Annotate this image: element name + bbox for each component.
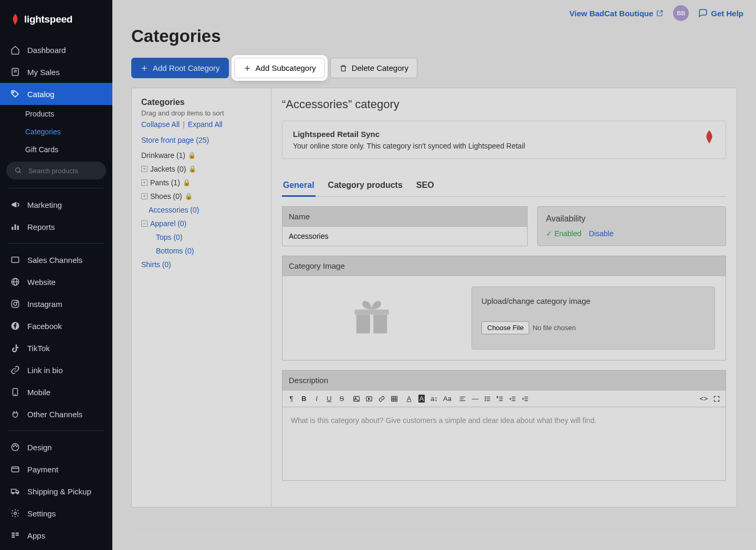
- nav-label: Reports: [27, 223, 55, 231]
- tree-title: Categories: [141, 98, 261, 107]
- nav-products[interactable]: Products: [25, 105, 112, 123]
- textcolor-icon[interactable]: A: [405, 395, 413, 403]
- tree-item-accessories[interactable]: Accessories (0): [141, 203, 261, 217]
- strike-icon[interactable]: S: [338, 395, 345, 403]
- flame-icon: [704, 130, 715, 144]
- add-root-category-button[interactable]: Add Root Category: [131, 58, 229, 78]
- image-section-header: Category Image: [282, 256, 726, 276]
- nav-mysales[interactable]: My Sales: [0, 61, 112, 83]
- search-box[interactable]: [6, 162, 106, 179]
- olist-icon[interactable]: 1: [497, 395, 504, 403]
- add-subcategory-button[interactable]: Add Subcategory: [234, 58, 325, 78]
- nav-saleschannels[interactable]: Sales Channels: [0, 249, 112, 271]
- tree-item-label: Bottoms (0): [156, 247, 194, 255]
- tree-root-link[interactable]: Store front page (25): [141, 136, 261, 144]
- fontsize-icon[interactable]: a↕: [430, 395, 438, 403]
- bgcolor-icon[interactable]: A: [418, 395, 425, 403]
- svg-rect-9: [12, 257, 19, 263]
- tab-seo[interactable]: SEO: [415, 175, 435, 197]
- action-row: Add Root Category Add Subcategory Delete…: [131, 58, 737, 78]
- delete-category-button[interactable]: Delete Category: [330, 58, 417, 78]
- upload-area: Upload/change category image Choose File…: [471, 287, 715, 350]
- tree-item-label: Tops (0): [156, 233, 183, 241]
- expand-all-link[interactable]: Expand All: [188, 120, 223, 129]
- gift-icon: [351, 298, 392, 339]
- category-detail-panel: “Accessories” category Lightspeed Retail…: [271, 88, 737, 507]
- case-icon[interactable]: Aa: [443, 395, 452, 403]
- expand-icon[interactable]: +: [141, 179, 148, 186]
- expand-icon[interactable]: +: [141, 193, 148, 199]
- tree-item-bottoms[interactable]: Bottoms (0): [141, 244, 261, 258]
- disable-link[interactable]: Disable: [589, 229, 614, 238]
- hr-icon[interactable]: —: [471, 395, 479, 403]
- topbar: View BadCat Boutique BB Get Help: [112, 0, 756, 26]
- indent-icon[interactable]: [522, 395, 529, 403]
- nav-website[interactable]: Website: [0, 271, 112, 293]
- name-input[interactable]: [282, 226, 528, 246]
- plug-icon: [10, 409, 20, 419]
- code-icon[interactable]: <>: [700, 395, 708, 403]
- align-icon[interactable]: [459, 395, 466, 403]
- italic-icon[interactable]: I: [313, 395, 320, 403]
- availability-title: Availability: [546, 214, 717, 224]
- nav-tiktok[interactable]: TikTok: [0, 337, 112, 359]
- fullscreen-icon[interactable]: [713, 395, 720, 403]
- nav-dashboard[interactable]: Dashboard: [0, 39, 112, 61]
- collapse-all-link[interactable]: Collapse All: [141, 120, 180, 129]
- view-store-link[interactable]: View BadCat Boutique: [570, 9, 664, 18]
- nav-catalog[interactable]: Catalog: [0, 83, 112, 105]
- tree-item-apparel[interactable]: −Apparel (0): [141, 217, 261, 230]
- nav-label: Facebook: [27, 322, 62, 331]
- nav-payment[interactable]: Payment: [0, 458, 112, 480]
- tree-item-shoes[interactable]: +Shoes (0)🔒: [141, 189, 261, 203]
- nav-linkinbio[interactable]: Link in bio: [0, 359, 112, 381]
- nav-settings[interactable]: Settings: [0, 502, 112, 524]
- search-input[interactable]: [28, 167, 117, 175]
- nav-apps[interactable]: Apps: [0, 524, 112, 546]
- svg-rect-7: [15, 225, 16, 230]
- image-icon[interactable]: [353, 395, 360, 403]
- description-editor[interactable]: What is this category about? Give custom…: [282, 407, 726, 481]
- nav-giftcards[interactable]: Gift Cards: [25, 141, 112, 158]
- choose-file-button[interactable]: Choose File: [481, 321, 529, 334]
- nav-reports[interactable]: Reports: [0, 216, 112, 238]
- nav-marketing[interactable]: Marketing: [0, 194, 112, 216]
- tree-hint: Drag and drop items to sort: [141, 109, 261, 117]
- nav-label: Payment: [27, 465, 58, 474]
- nav-otherchannels[interactable]: Other Channels: [0, 403, 112, 425]
- svg-rect-35: [16, 535, 19, 536]
- tree-item-tops[interactable]: Tops (0): [141, 230, 261, 244]
- link-icon[interactable]: [378, 395, 385, 403]
- expand-icon[interactable]: +: [141, 166, 148, 172]
- sidebar: lightspeed Dashboard My Sales Catalog Pr…: [0, 0, 112, 550]
- nav-profile[interactable]: My Profile: [0, 546, 112, 550]
- table-icon[interactable]: [391, 395, 398, 403]
- outdent-icon[interactable]: [509, 395, 517, 403]
- tab-general[interactable]: General: [282, 175, 316, 197]
- nav-categories[interactable]: Categories: [25, 123, 112, 141]
- tree-item-jackets[interactable]: +Jackets (0)🔒: [141, 162, 261, 176]
- help-link[interactable]: Get Help: [698, 8, 743, 18]
- nav-design[interactable]: Design: [0, 436, 112, 458]
- svg-rect-27: [12, 489, 16, 493]
- bold-icon[interactable]: B: [300, 395, 308, 403]
- globe-icon: [10, 277, 20, 287]
- nav-mobile[interactable]: Mobile: [0, 381, 112, 403]
- availability-box: Availability Enabled Disable: [537, 206, 726, 246]
- avatar[interactable]: BB: [673, 5, 689, 21]
- nav-label: Catalog: [27, 90, 55, 99]
- detail-title: “Accessories” category: [282, 98, 726, 111]
- tree-item-pants[interactable]: +Pants (1)🔒: [141, 176, 261, 189]
- tree-item-drinkware[interactable]: Drinkware (1)🔒: [141, 149, 261, 162]
- nav-shipping[interactable]: Shipping & Pickup: [0, 480, 112, 502]
- collapse-icon[interactable]: −: [141, 220, 148, 227]
- tab-products[interactable]: Category products: [327, 175, 404, 197]
- tree-item-label: Shoes (0): [150, 192, 182, 200]
- underline-icon[interactable]: U: [326, 395, 333, 403]
- tree-item-shirts[interactable]: Shirts (0): [141, 258, 261, 271]
- ulist-icon[interactable]: [484, 395, 491, 403]
- nav-instagram[interactable]: Instagram: [0, 293, 112, 315]
- nav-facebook[interactable]: Facebook: [0, 315, 112, 337]
- paragraph-icon[interactable]: ¶: [288, 395, 295, 403]
- video-icon[interactable]: [365, 395, 373, 403]
